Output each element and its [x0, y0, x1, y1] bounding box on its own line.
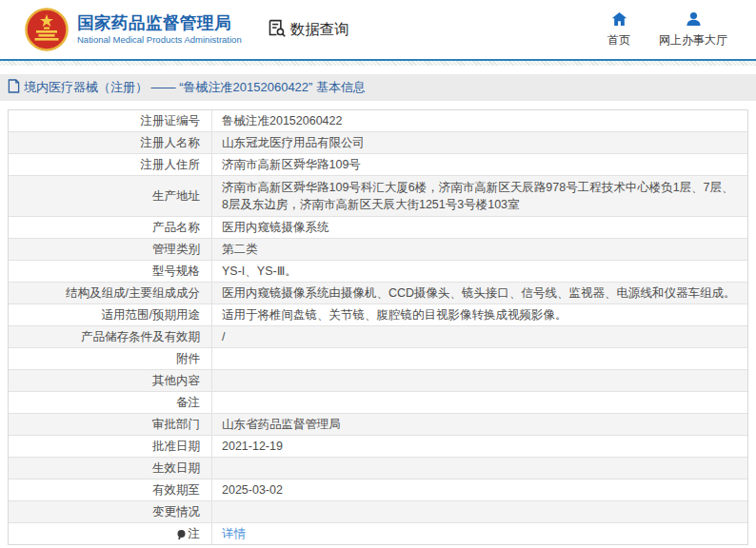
table-row: 有效期至 2025-03-02 [9, 480, 747, 501]
row-value [212, 501, 747, 522]
table-row: 生效日期 [9, 458, 747, 480]
row-label: 备注 [9, 392, 212, 413]
row-value: YS-I、YS-Ⅲ。 [212, 261, 747, 282]
row-value [212, 392, 747, 413]
row-value: 详情 [212, 523, 747, 544]
row-label: 注册人名称 [9, 132, 212, 153]
row-label: 批准日期 [9, 436, 212, 457]
row-value: 适用于将椎间盘镜、关节镜、腹腔镜的目视影像转换成视频影像。 [212, 304, 747, 325]
row-value: 鲁械注准20152060422 [212, 110, 747, 131]
row-label: 生产地址 [9, 176, 212, 216]
table-row: 其他内容 [9, 370, 747, 392]
table-row: 批准日期 2021-12-19 [9, 436, 747, 458]
nav-online-hall-label: 网上办事大厅 [659, 32, 727, 49]
row-label: 型号规格 [9, 261, 212, 282]
table-row: 附件 [9, 348, 747, 370]
user-icon [686, 11, 702, 32]
note-icon [177, 530, 186, 540]
page-icon [8, 79, 24, 96]
data-query-label: 数据查询 [290, 20, 349, 40]
row-label-text: 注 [189, 526, 201, 542]
table-row: 结构及组成/主要组成成分 医用内窥镜摄像系统由摄像机、CCD摄像头、镜头接口、信… [9, 283, 747, 304]
row-value: 2021-12-19 [212, 436, 747, 457]
table-row: 注册人住所 济南市高新区舜华路109号 [9, 154, 747, 176]
table-row: 备注 [9, 392, 747, 414]
home-icon [611, 11, 627, 32]
row-label: 注册证编号 [9, 110, 212, 131]
table-row-note: 注 详情 [9, 523, 747, 544]
row-label: 生效日期 [9, 458, 212, 479]
table-row: 适用范围/预期用途 适用于将椎间盘镜、关节镜、腹腔镜的目视影像转换成视频影像。 [9, 304, 747, 326]
table-row: 产品名称 医用内窥镜摄像系统 [9, 217, 747, 239]
table-row: 注册人名称 山东冠龙医疗用品有限公司 [9, 132, 747, 154]
row-label: 注 [9, 523, 212, 544]
table-row: 型号规格 YS-I、YS-Ⅲ。 [9, 261, 747, 283]
row-value: 济南市高新区舜华路109号科汇大厦6楼，济南市高新区天辰路978号工程技术中心楼… [212, 176, 747, 216]
table-row: 审批部门 山东省药品监督管理局 [9, 414, 747, 436]
nav-home[interactable]: 首页 [607, 11, 630, 49]
breadcrumb-text: 境内医疗器械（注册） —— “鲁械注准20152060422” 基本信息 [24, 79, 366, 96]
row-value: / [212, 326, 747, 347]
row-label: 产品储存条件及有效期 [9, 326, 212, 347]
row-value: 第二类 [212, 239, 747, 260]
nav-online-hall[interactable]: 网上办事大厅 [659, 11, 727, 49]
row-value [212, 458, 747, 479]
row-value: 济南市高新区舜华路109号 [212, 154, 747, 175]
table-row: 管理类别 第二类 [9, 239, 747, 261]
table-row: 变更情况 [9, 501, 747, 523]
row-label: 注册人住所 [9, 154, 212, 175]
breadcrumb: 境内医疗器械（注册） —— “鲁械注准20152060422” 基本信息 [0, 74, 756, 101]
row-value [212, 348, 747, 369]
row-value [212, 370, 747, 391]
table-row: 注册证编号 鲁械注准20152060422 [9, 110, 747, 132]
page-header: 国家药品监督管理局 National Medical Products Admi… [0, 0, 756, 59]
detail-link[interactable]: 详情 [222, 525, 246, 542]
document-search-icon [267, 18, 290, 42]
row-value: 山东冠龙医疗用品有限公司 [212, 132, 747, 153]
row-label: 产品名称 [9, 217, 212, 238]
org-name-en: National Medical Products Administration [77, 35, 242, 45]
org-title-block: 国家药品监督管理局 National Medical Products Admi… [77, 14, 242, 46]
row-label: 管理类别 [9, 239, 212, 260]
row-value: 2025-03-02 [212, 480, 747, 500]
table-row: 生产地址 济南市高新区舜华路109号科汇大厦6楼，济南市高新区天辰路978号工程… [9, 176, 747, 217]
table-row: 产品储存条件及有效期 / [9, 326, 747, 348]
header-nav: 首页 网上办事大厅 [607, 11, 727, 49]
header-divider [0, 59, 756, 66]
row-label: 其他内容 [9, 370, 212, 391]
nav-home-label: 首页 [607, 32, 630, 49]
row-label: 审批部门 [9, 414, 212, 435]
row-label: 变更情况 [9, 501, 212, 522]
row-value: 医用内窥镜摄像系统由摄像机、CCD摄像头、镜头接口、信号线、监视器、电源线和仪器… [212, 283, 747, 303]
row-label: 结构及组成/主要组成成分 [9, 283, 212, 303]
row-value: 医用内窥镜摄像系统 [212, 217, 747, 238]
org-name-cn: 国家药品监督管理局 [77, 14, 242, 32]
row-value: 山东省药品监督管理局 [212, 414, 747, 435]
row-label: 附件 [9, 348, 212, 369]
data-query-tab[interactable]: 数据查询 [267, 18, 349, 42]
row-label: 适用范围/预期用途 [9, 304, 212, 325]
row-label: 有效期至 [9, 480, 212, 500]
registration-info-table: 注册证编号 鲁械注准20152060422 注册人名称 山东冠龙医疗用品有限公司… [8, 109, 748, 545]
national-emblem-logo [25, 8, 69, 51]
